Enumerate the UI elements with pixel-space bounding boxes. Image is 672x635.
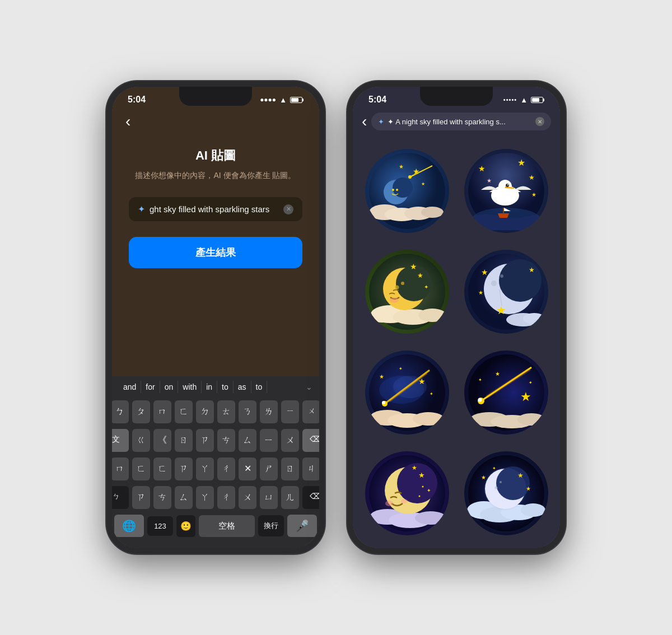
svg-point-12 xyxy=(392,189,394,191)
svg-text:★: ★ xyxy=(412,464,417,471)
kb-key-m[interactable]: ㄇ xyxy=(153,400,171,423)
stickers-grid: ★ ★ ★ xyxy=(353,136,560,548)
kb-key-z2[interactable]: ㄗ xyxy=(175,457,193,480)
sticker-item-5[interactable]: ★ ★ ✦ ✦ xyxy=(362,347,452,438)
kb-key-g[interactable]: ㄍ xyxy=(132,429,150,452)
sticker-circle-3: ★ ★ ✦ xyxy=(365,250,449,334)
kb-key-c[interactable]: ㄨ xyxy=(281,429,299,452)
kb-key-r4e[interactable]: ㄔ xyxy=(217,486,235,509)
kb-123-button[interactable]: 123 xyxy=(147,516,173,536)
svg-text:★: ★ xyxy=(487,178,492,184)
sticker-item-4[interactable]: ★ ★ ★ ★ xyxy=(461,246,551,338)
svg-text:★: ★ xyxy=(529,174,535,181)
svg-point-35 xyxy=(401,282,404,285)
pred-to1[interactable]: to xyxy=(217,381,234,393)
kb-key-x[interactable]: ㄧ xyxy=(260,429,278,452)
kb-key-r4d[interactable]: ㄚ xyxy=(196,486,214,509)
kb-key-del2[interactable]: ⌫ xyxy=(302,486,319,509)
kb-key-p[interactable]: ㄆ xyxy=(132,400,150,423)
sticker-circle-7: ★ ★ ✦ xyxy=(365,451,449,535)
kb-key-r4a[interactable]: ㄗ xyxy=(132,486,150,509)
kb-return-button[interactable]: 換行 xyxy=(258,515,284,536)
kb-key-zh[interactable]: 文 xyxy=(112,429,129,452)
kb-key-r4g[interactable]: ㄩ xyxy=(260,486,278,509)
kb-key-mn[interactable]: ㄇ xyxy=(112,457,129,480)
pred-as[interactable]: as xyxy=(234,381,251,393)
svg-point-90 xyxy=(422,486,423,488)
kb-key-r4h[interactable]: ㄦ xyxy=(281,486,299,509)
phone-1: 5:04 ●●●● ▲ ‹ AI 貼圖 描述你想像中的內容，AI 便會 xyxy=(106,81,325,554)
kb-key-yi[interactable]: ㄧ xyxy=(281,400,299,423)
kb-key-aa[interactable]: ㄚ xyxy=(196,457,214,480)
kb-key-h[interactable]: ㄙ xyxy=(239,429,256,452)
kb-key-wu[interactable]: ㄨ xyxy=(302,400,319,423)
phone2-back-button[interactable]: ‹ xyxy=(362,113,367,130)
phone2-screen: 5:04 ••••• ▲ ‹ ✦ ✦ A night sky filled wi… xyxy=(353,87,560,548)
svg-text:★: ★ xyxy=(399,164,404,170)
sticker-svg-1: ★ ★ ★ xyxy=(368,152,446,230)
sticker-item-7[interactable]: ★ ★ ✦ xyxy=(362,447,452,539)
sticker-item-1[interactable]: ★ ★ ★ xyxy=(362,145,452,237)
sticker-svg-2: ★ ★ ★ ★ ★ xyxy=(467,152,545,230)
pred-on[interactable]: on xyxy=(160,381,179,393)
search-pill-clear-button[interactable]: ✕ xyxy=(535,117,544,126)
ai-input-text[interactable]: ght sky filled with sparkling stars xyxy=(150,204,279,214)
kb-key-r4c[interactable]: ㄙ xyxy=(175,486,193,509)
svg-text:★: ★ xyxy=(410,262,417,271)
svg-text:★: ★ xyxy=(418,471,425,479)
sticker-item-3[interactable]: ★ ★ ✦ xyxy=(362,246,452,338)
sticker-svg-4: ★ ★ ★ ★ xyxy=(467,253,545,331)
phone2-search-pill[interactable]: ✦ ✦ A night sky filled with sparkling s.… xyxy=(371,113,551,130)
ai-search-input-box[interactable]: ✦ ght sky filled with sparkling stars ✕ xyxy=(129,197,302,221)
kb-key-r[interactable]: ㄖ xyxy=(175,429,193,452)
phone2-notch xyxy=(420,87,493,106)
kb-key-123[interactable]: ㄅ xyxy=(112,486,129,509)
pred-in[interactable]: in xyxy=(202,381,217,393)
kb-key-t[interactable]: ㄊ xyxy=(217,400,235,423)
pred-with[interactable]: with xyxy=(178,381,202,393)
svg-text:★: ★ xyxy=(478,164,486,173)
kb-key-i[interactable]: ㄗ xyxy=(196,429,214,452)
kb-key-kk[interactable]: 《 xyxy=(153,429,171,452)
kb-mic-button[interactable]: 🎤 xyxy=(287,515,317,537)
sticker-item-6[interactable]: ★ ★ ✦ ✦ xyxy=(461,347,551,438)
pred-and[interactable]: and xyxy=(119,381,141,393)
svg-text:★: ★ xyxy=(481,268,488,277)
sticker-item-8[interactable]: ★ ★ ★ ✦ xyxy=(461,447,551,539)
kb-key-ch[interactable]: ㄔ xyxy=(217,457,235,480)
kb-key-q[interactable]: ㄘ xyxy=(217,429,235,452)
kb-space-button[interactable]: 空格 xyxy=(199,515,255,537)
phone2-wifi-icon: ▲ xyxy=(520,96,528,104)
phone-2: 5:04 ••••• ▲ ‹ ✦ ✦ A night sky filled wi… xyxy=(347,81,566,554)
kb-emoji-button[interactable]: 🙂 xyxy=(176,515,195,537)
kb-key-sh[interactable]: ㄕ xyxy=(260,457,278,480)
kb-globe-button[interactable]: 🌐 xyxy=(114,515,144,537)
svg-point-31 xyxy=(371,311,393,323)
generate-button[interactable]: 產生結果 xyxy=(129,237,302,268)
sticker-item-2[interactable]: ★ ★ ★ ★ ★ xyxy=(461,145,551,237)
kb-key-del[interactable]: ⌫ xyxy=(302,429,319,452)
kb-key-zh2[interactable]: ㄖ xyxy=(281,457,299,480)
kb-key-b[interactable]: ㄅ xyxy=(112,400,129,423)
phone1-signal-icon: ●●●● xyxy=(260,96,276,104)
input-clear-button[interactable]: ✕ xyxy=(283,204,293,214)
kb-key-x2[interactable]: ✕ xyxy=(239,457,256,480)
kb-key-r4b[interactable]: ㄘ xyxy=(153,486,171,509)
phone1-back-button[interactable]: ‹ xyxy=(125,113,130,130)
svg-point-39 xyxy=(390,297,399,303)
kb-key-n[interactable]: ㄋ xyxy=(239,400,256,423)
kb-key-c2[interactable]: ㄈ xyxy=(132,457,150,480)
kb-key-r4f[interactable]: ㄨ xyxy=(239,486,256,509)
svg-point-34 xyxy=(395,286,399,290)
pred-for[interactable]: for xyxy=(141,381,160,393)
svg-text:★: ★ xyxy=(526,485,531,492)
pred-to2[interactable]: to xyxy=(251,381,268,393)
kb-key-l[interactable]: ㄌ xyxy=(260,400,278,423)
kb-key-ju[interactable]: ㄐ xyxy=(302,457,319,480)
kb-key-f[interactable]: ㄈ xyxy=(175,400,193,423)
kb-key-d[interactable]: ㄉ xyxy=(196,400,214,423)
kb-key-fa[interactable]: ㄈ xyxy=(153,457,171,480)
search-pill-text[interactable]: ✦ A night sky filled with sparkling s... xyxy=(388,118,532,126)
predictive-expand-chevron[interactable]: ⌄ xyxy=(306,382,312,391)
svg-point-84 xyxy=(385,501,393,506)
